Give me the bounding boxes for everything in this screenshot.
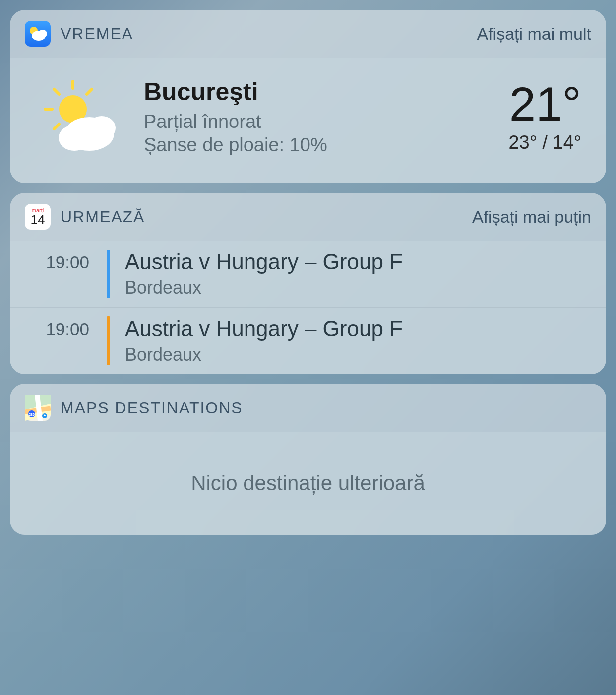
calendar-app-icon: marți 14 — [25, 204, 51, 230]
partly-cloudy-icon — [35, 78, 119, 155]
event-details: Austria v Hungary – Group F Bordeaux — [118, 316, 591, 365]
event-color-bar — [107, 250, 110, 298]
weather-details: Bucureşti Parțial înnorat Șanse de ploai… — [144, 77, 484, 156]
svg-point-3 — [38, 30, 47, 38]
weather-temperature: 21° — [508, 80, 581, 128]
event-title: Austria v Hungary – Group F — [125, 316, 591, 341]
event-details: Austria v Hungary – Group F Bordeaux — [118, 250, 591, 298]
weather-app-icon — [25, 21, 51, 47]
weather-widget-header: VREMEA Afișați mai mult — [10, 10, 606, 58]
maps-empty-state: Nicio destinație ulterioară — [25, 471, 591, 495]
maps-widget[interactable]: 280 MAPS DESTINATIONS Nicio destinație u… — [10, 384, 606, 535]
svg-text:280: 280 — [29, 413, 35, 416]
calendar-icon-day-number: 14 — [31, 213, 45, 226]
weather-widget-body: Bucureşti Parțial înnorat Șanse de ploai… — [10, 58, 606, 183]
weather-widget-title: VREMEA — [61, 25, 467, 43]
svg-line-7 — [54, 124, 59, 129]
weather-temp-container: 21° 23° / 14° — [508, 80, 581, 153]
weather-city: Bucureşti — [144, 77, 484, 106]
event-location: Bordeaux — [125, 344, 591, 365]
maps-widget-body: Nicio destinație ulterioară — [10, 432, 606, 535]
event-time: 19:00 — [25, 250, 99, 298]
event-title: Austria v Hungary – Group F — [125, 250, 591, 274]
maps-widget-header: 280 MAPS DESTINATIONS — [10, 384, 606, 432]
weather-widget[interactable]: VREMEA Afișați mai mult — [10, 10, 606, 183]
svg-line-8 — [87, 89, 92, 94]
upnext-show-less-button[interactable]: Afișați mai puțin — [472, 207, 591, 227]
calendar-event[interactable]: 19:00 Austria v Hungary – Group F Bordea… — [10, 241, 606, 308]
event-time: 19:00 — [25, 316, 99, 365]
calendar-event[interactable]: 19:00 Austria v Hungary – Group F Bordea… — [10, 308, 606, 374]
upnext-widget[interactable]: marți 14 URMEAZĂ Afișați mai puțin 19:00… — [10, 193, 606, 374]
upnext-widget-header: marți 14 URMEAZĂ Afișați mai puțin — [10, 193, 606, 241]
svg-point-12 — [88, 116, 116, 140]
event-location: Bordeaux — [125, 277, 591, 298]
upnext-widget-title: URMEAZĂ — [61, 208, 462, 226]
weather-show-more-button[interactable]: Afișați mai mult — [477, 24, 592, 44]
weather-condition: Parțial înnorat — [144, 111, 484, 132]
event-color-bar — [107, 316, 110, 365]
maps-widget-title: MAPS DESTINATIONS — [61, 399, 591, 417]
weather-rain-chance: Șanse de ploaie: 10% — [144, 134, 484, 156]
weather-content: Bucureşti Parțial înnorat Șanse de ploai… — [35, 77, 581, 156]
weather-high-low: 23° / 14° — [508, 132, 581, 153]
svg-point-11 — [59, 125, 90, 151]
maps-app-icon: 280 — [25, 395, 51, 421]
svg-line-5 — [54, 89, 59, 94]
upnext-widget-body: 19:00 Austria v Hungary – Group F Bordea… — [10, 241, 606, 374]
